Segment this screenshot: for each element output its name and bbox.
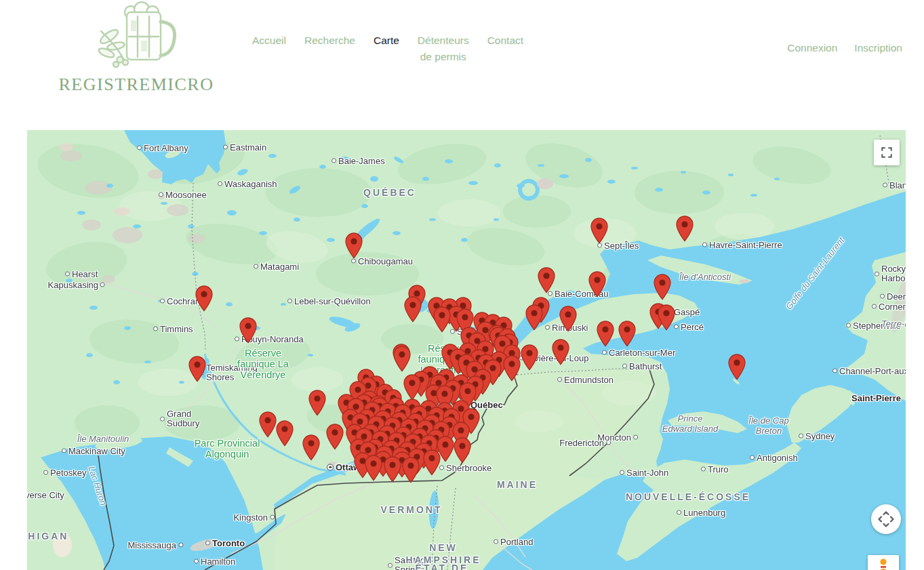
nav-item-accueil[interactable]: Accueil: [252, 33, 286, 49]
map-pin[interactable]: [729, 354, 745, 380]
map-pin[interactable]: [434, 307, 450, 332]
street-view-button[interactable]: [868, 555, 899, 570]
map-canvas[interactable]: Fort AlbanyEastmainWaskaganishMoosoneeHe…: [27, 130, 906, 570]
map-pin[interactable]: [384, 457, 401, 482]
auth-link-connexion[interactable]: Connexion: [787, 42, 837, 54]
map-pin[interactable]: [346, 233, 362, 258]
auth-nav: ConnexionInscription: [787, 42, 902, 54]
nav-item-contact[interactable]: Contact: [487, 33, 523, 49]
map-pin[interactable]: [424, 450, 440, 475]
map-pin[interactable]: [327, 424, 343, 449]
map-pin[interactable]: [240, 318, 256, 343]
map-pin[interactable]: [404, 375, 420, 400]
fullscreen-icon: [881, 146, 893, 159]
map-pin[interactable]: [654, 274, 670, 300]
map-pin[interactable]: [619, 321, 635, 346]
brand-logo[interactable]: REGISTREMICRO: [53, 1, 220, 95]
nav-item-detenteurs-de-permis[interactable]: Détenteurs de permis: [418, 33, 469, 65]
fullscreen-button[interactable]: [874, 140, 900, 165]
map-pin[interactable]: [277, 421, 293, 446]
map-pin[interactable]: [303, 435, 319, 460]
map-pin[interactable]: [504, 356, 520, 381]
site-header: REGISTREMICRO AccueilRechercheCarteDéten…: [0, 0, 924, 130]
map-pin[interactable]: [405, 297, 421, 322]
page: { "header": { "brand": {"name": "REGISTR…: [0, 0, 924, 570]
map-pin[interactable]: [658, 305, 675, 330]
pan-arrows-icon: [877, 510, 895, 528]
map-pin[interactable]: [521, 345, 538, 370]
map-pin[interactable]: [365, 455, 382, 481]
nav-item-recherche[interactable]: Recherche: [304, 33, 355, 49]
map-pin[interactable]: [526, 305, 542, 330]
map-pin[interactable]: [589, 272, 605, 297]
auth-link-inscription[interactable]: Inscription: [854, 42, 902, 54]
map-pin[interactable]: [196, 286, 212, 311]
map-pin[interactable]: [538, 268, 555, 293]
map-pin[interactable]: [309, 390, 325, 415]
map-pin[interactable]: [189, 357, 205, 382]
map-pin[interactable]: [553, 340, 569, 365]
map-pin[interactable]: [597, 321, 614, 346]
pan-button[interactable]: [871, 504, 901, 534]
map-pin[interactable]: [260, 412, 276, 437]
map-pin[interactable]: [677, 216, 693, 241]
nav-item-carte[interactable]: Carte: [374, 33, 399, 49]
brand-name: REGISTREMICRO: [53, 75, 220, 95]
map-pin[interactable]: [591, 218, 607, 243]
pegman-icon: [876, 558, 891, 570]
map-pins-layer: [27, 130, 906, 570]
main-nav: AccueilRechercheCarteDétenteurs de permi…: [252, 33, 523, 65]
map-pin[interactable]: [394, 346, 410, 371]
map-pin[interactable]: [454, 438, 470, 463]
map-pin[interactable]: [403, 457, 419, 483]
map-pin[interactable]: [560, 306, 576, 331]
beer-mug-hops-icon: [82, 1, 190, 70]
